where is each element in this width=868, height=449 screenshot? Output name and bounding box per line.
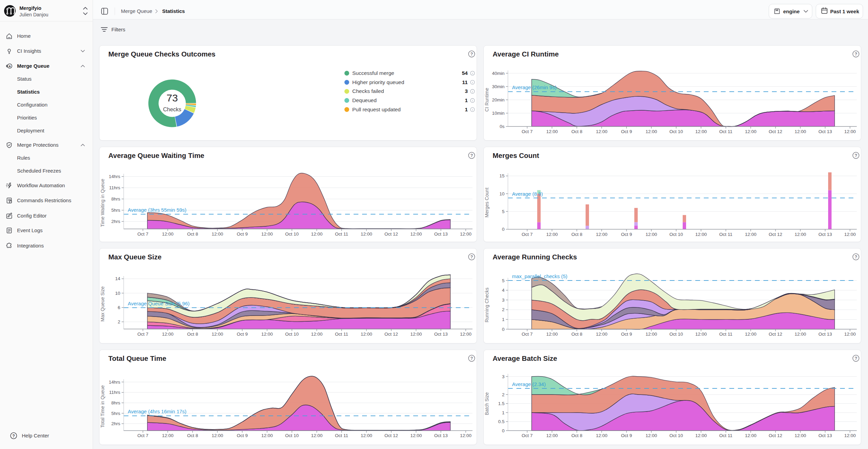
svg-text:2: 2 [118, 319, 120, 324]
svg-text:5hrs: 5hrs [111, 411, 121, 416]
svg-text:Oct 13: Oct 13 [434, 231, 448, 237]
svg-text:12:00: 12:00 [596, 332, 607, 337]
svg-text:4: 4 [502, 288, 505, 293]
svg-text:12:00: 12:00 [745, 232, 757, 237]
svg-text:Oct 13: Oct 13 [818, 129, 832, 134]
svg-text:n: n [9, 65, 11, 68]
svg-text:Merges Count: Merges Count [493, 151, 539, 159]
svg-text:Oct 8: Oct 8 [571, 129, 582, 134]
svg-text:max_parallel_checks (5): max_parallel_checks (5) [512, 273, 568, 279]
svg-text:0: 0 [502, 227, 505, 232]
svg-text:Average Queue Size (5.96): Average Queue Size (5.96) [128, 301, 190, 306]
svg-text:?: ? [470, 255, 473, 259]
svg-text:12:00: 12:00 [546, 433, 558, 438]
svg-text:15: 15 [499, 173, 505, 178]
svg-text:Help Center: Help Center [22, 433, 49, 438]
svg-text:40min: 40min [492, 71, 505, 76]
svg-text:12:00: 12:00 [795, 129, 806, 134]
svg-text:11hrs: 11hrs [109, 390, 120, 395]
svg-text:Pull request updated: Pull request updated [352, 107, 401, 112]
svg-text:11: 11 [462, 79, 468, 85]
svg-text:Deployment: Deployment [17, 128, 45, 133]
svg-text:12:00: 12:00 [460, 231, 471, 237]
svg-text:0: 0 [502, 327, 505, 332]
svg-text:12:00: 12:00 [646, 129, 657, 134]
svg-text:12:00: 12:00 [795, 232, 806, 237]
svg-text:12:00: 12:00 [311, 231, 323, 237]
svg-text:Oct 13: Oct 13 [818, 433, 832, 438]
svg-text:Oct 7: Oct 7 [137, 332, 148, 337]
svg-text:Oct 10: Oct 10 [285, 231, 299, 237]
svg-text:12:00: 12:00 [460, 332, 471, 337]
svg-text:12:00: 12:00 [361, 433, 372, 438]
svg-text:20min: 20min [492, 97, 505, 102]
svg-text:Oct 10: Oct 10 [669, 232, 683, 237]
svg-text:Oct 7: Oct 7 [137, 433, 148, 438]
svg-text:Oct 7: Oct 7 [522, 433, 532, 438]
svg-text:Oct 8: Oct 8 [187, 332, 198, 337]
svg-text:12:00: 12:00 [311, 332, 323, 337]
svg-text:Workflow Automation: Workflow Automation [17, 182, 65, 188]
svg-text:11hrs: 11hrs [109, 185, 120, 190]
svg-text:Julien Danjou: Julien Danjou [19, 12, 48, 17]
svg-text:12:00: 12:00 [745, 433, 757, 438]
svg-text:10: 10 [499, 191, 505, 196]
svg-text:Higher priority queued: Higher priority queued [352, 79, 404, 85]
svg-text:12:00: 12:00 [261, 332, 273, 337]
svg-text:Oct 11: Oct 11 [335, 231, 348, 237]
svg-text:Statistics: Statistics [162, 8, 185, 14]
svg-text:14hrs: 14hrs [109, 380, 120, 385]
svg-text:Oct 9: Oct 9 [237, 433, 248, 438]
svg-text:2hrs: 2hrs [111, 421, 121, 426]
svg-text:Oct 9: Oct 9 [621, 129, 632, 134]
svg-text:12:00: 12:00 [695, 129, 707, 134]
svg-text:2: 2 [502, 392, 505, 397]
svg-text:5hrs: 5hrs [111, 208, 121, 213]
svg-text:10: 10 [115, 291, 120, 296]
svg-text:3: 3 [502, 298, 505, 303]
svg-text:12:00: 12:00 [795, 433, 806, 438]
svg-text:12:00: 12:00 [361, 332, 372, 337]
svg-text:Commands Restrictions: Commands Restrictions [17, 197, 71, 203]
svg-text:Oct 12: Oct 12 [769, 433, 782, 438]
svg-text:8hrs: 8hrs [111, 400, 121, 405]
svg-text:Merge Queue: Merge Queue [121, 8, 152, 14]
svg-text:12:00: 12:00 [162, 433, 174, 438]
svg-text:Oct 12: Oct 12 [385, 433, 398, 438]
svg-text:12:00: 12:00 [844, 232, 856, 237]
svg-text:12:00: 12:00 [695, 433, 707, 438]
svg-text:Home: Home [17, 33, 31, 39]
svg-text:2: 2 [502, 307, 505, 312]
svg-text:12:00: 12:00 [410, 231, 422, 237]
svg-text:Status: Status [17, 76, 32, 82]
svg-text:12:00: 12:00 [212, 231, 223, 237]
svg-text:Oct 8: Oct 8 [571, 332, 582, 337]
svg-text:Batch Size: Batch Size [484, 392, 490, 415]
svg-text:12:00: 12:00 [460, 433, 471, 438]
svg-text:Dequeued: Dequeued [352, 97, 377, 103]
svg-text:12:00: 12:00 [695, 232, 707, 237]
svg-text:Oct 11: Oct 11 [719, 232, 732, 237]
svg-text:8hrs: 8hrs [111, 196, 121, 202]
svg-text:12:00: 12:00 [546, 129, 558, 134]
svg-text:12:00: 12:00 [261, 433, 273, 438]
svg-text:Oct 12: Oct 12 [385, 332, 398, 337]
svg-text:Filters: Filters [111, 27, 125, 32]
svg-text:Oct 13: Oct 13 [434, 433, 448, 438]
svg-text:Average (2.34): Average (2.34) [512, 381, 546, 387]
svg-text:Checks failed: Checks failed [352, 88, 384, 94]
svg-text:0.5: 0.5 [498, 419, 505, 424]
svg-text:12:00: 12:00 [410, 332, 422, 337]
svg-text:12:00: 12:00 [546, 332, 558, 337]
svg-text:Oct 10: Oct 10 [669, 332, 683, 337]
svg-text:12:00: 12:00 [596, 433, 607, 438]
svg-text:Oct 9: Oct 9 [237, 332, 248, 337]
svg-text:Rules: Rules [17, 155, 30, 161]
svg-text:Checks: Checks [163, 107, 181, 112]
svg-text:12:00: 12:00 [212, 332, 223, 337]
svg-text:Oct 11: Oct 11 [335, 433, 348, 438]
svg-text:Merges Count: Merges Count [484, 188, 490, 218]
svg-text:Max Queue Size: Max Queue Size [108, 253, 161, 261]
svg-text:Oct 12: Oct 12 [769, 129, 782, 134]
svg-text:?: ? [855, 356, 857, 361]
